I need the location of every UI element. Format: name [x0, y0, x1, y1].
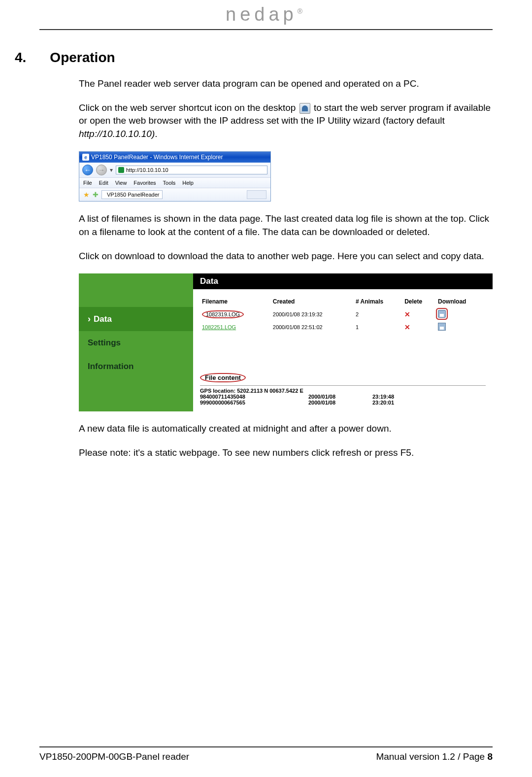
footer-version: Manual version 1.2 / Page — [376, 751, 487, 762]
ie-menu-bar: File Edit View Favorites Tools Help — [79, 178, 270, 188]
file-content-row: 999000000667565 2000/01/08 23:20:01 — [200, 400, 486, 405]
filename-cell: 1082319.LOG — [202, 310, 244, 318]
url-text: http://10.10.10.10 — [126, 167, 168, 173]
fc-time: 23:20:01 — [372, 400, 394, 405]
col-delete: Delete — [402, 295, 436, 308]
fc-date: 2000/01/08 — [308, 394, 353, 400]
col-download: Download — [436, 295, 486, 308]
menu-favorites: Favorites — [133, 180, 156, 186]
created-cell: 2000/01/08 23:19:32 — [271, 308, 354, 321]
back-button-icon: ← — [82, 165, 93, 175]
menu-file: File — [83, 180, 92, 186]
data-panel-screenshot: Data Settings Information Data Filename … — [79, 273, 493, 411]
section-number: 4. — [15, 50, 26, 66]
paragraph-midnight: A new data file is automatically created… — [79, 422, 493, 436]
page-number: 8 — [487, 751, 493, 762]
col-animals: # Animals — [354, 295, 402, 308]
file-content-section: File content GPS location: 5202.2113 N 0… — [200, 373, 486, 405]
ie-tab-bar: ★ ✚ VP1850 PanelReader — [79, 188, 270, 201]
download-floppy-icon — [438, 323, 446, 331]
section-title: Operation — [50, 50, 115, 66]
file-content-heading: File content — [200, 373, 246, 382]
registered-mark: ® — [298, 7, 306, 15]
p2-text-a: Click on the web server shortcut icon on… — [79, 102, 299, 113]
forward-button-icon: → — [96, 165, 107, 175]
footer-right: Manual version 1.2 / Page 8 — [376, 751, 493, 762]
table-row: 1082319.LOG 2000/01/08 23:19:32 2 ✕ — [200, 308, 486, 321]
panel-header: Data — [193, 273, 493, 289]
col-filename: Filename — [200, 295, 271, 308]
fc-id: 999000000667565 — [200, 400, 289, 405]
panel-main: Data Filename Created # Animals Delete D… — [193, 273, 493, 411]
download-floppy-icon — [438, 310, 446, 318]
new-tab-icon — [247, 190, 266, 199]
ie-nav-bar: ← → ▾ http://10.10.10.10 — [79, 163, 270, 178]
paragraph-filelist: A list of filenames is shown in the data… — [79, 212, 493, 238]
menu-view: View — [115, 180, 127, 186]
fc-date: 2000/01/08 — [308, 400, 353, 405]
data-table: Filename Created # Animals Delete Downlo… — [200, 295, 486, 334]
sidebar: Data Settings Information — [79, 273, 193, 411]
ie-icon: e — [82, 154, 89, 161]
sidebar-item-data: Data — [79, 307, 193, 331]
menu-help: Help — [182, 180, 194, 186]
filename-link: 1082251.LOG — [202, 324, 236, 330]
page-footer: VP1850-200PM-00GB-Panel reader Manual ve… — [39, 746, 493, 762]
paragraph-intro: The Panel reader web server data program… — [79, 77, 493, 91]
nav-dropdown-icon: ▾ — [110, 167, 113, 173]
paragraph-download: Click on download to download the data t… — [79, 250, 493, 263]
brand-logo: nedap® — [39, 0, 493, 25]
ie-title-bar: e VP1850 PanelReader - Windows Internet … — [79, 152, 270, 163]
logo-text: nedap — [226, 4, 298, 25]
table-row: 1082251.LOG 2000/01/08 22:51:02 1 ✕ — [200, 321, 486, 334]
ie-browser-screenshot: e VP1850 PanelReader - Windows Internet … — [79, 151, 271, 202]
tab-label: VP1850 PanelReader — [107, 192, 159, 198]
ie-title-text: VP1850 PanelReader - Windows Internet Ex… — [91, 154, 223, 161]
delete-icon: ✕ — [404, 323, 410, 331]
file-content-rule — [200, 385, 486, 386]
created-cell: 2000/01/08 22:51:02 — [271, 321, 354, 334]
url-bar: http://10.10.10.10 — [116, 166, 267, 174]
animals-cell: 2 — [354, 308, 402, 321]
delete-icon: ✕ — [404, 310, 410, 318]
p2-text-d: . — [155, 129, 157, 139]
favorites-star-icon: ★ — [83, 191, 90, 199]
animals-cell: 1 — [354, 321, 402, 334]
col-created: Created — [271, 295, 354, 308]
menu-tools: Tools — [163, 180, 176, 186]
browser-tab: VP1850 PanelReader — [101, 190, 163, 199]
fc-time: 23:19:48 — [372, 394, 394, 400]
add-favorite-icon: ✚ — [93, 191, 99, 199]
paragraph-static: Please note: it's a static webpage. To s… — [79, 446, 493, 460]
default-url: http://10.10.10.10) — [79, 129, 155, 139]
table-header-row: Filename Created # Animals Delete Downlo… — [200, 295, 486, 308]
page-icon — [118, 167, 124, 173]
desktop-shortcut-icon — [299, 103, 310, 114]
paragraph-shortcut: Click on the web server shortcut icon on… — [79, 101, 493, 141]
menu-edit: Edit — [99, 180, 108, 186]
sidebar-item-information: Information — [79, 355, 193, 378]
gps-location: GPS location: 5202.2113 N 00637.5422 E — [200, 388, 486, 394]
file-content-row: 984000711435048 2000/01/08 23:19:48 — [200, 394, 486, 400]
footer-left: VP1850-200PM-00GB-Panel reader — [39, 751, 189, 762]
fc-id: 984000711435048 — [200, 394, 289, 400]
sidebar-item-settings: Settings — [79, 331, 193, 355]
header-rule — [39, 29, 493, 30]
